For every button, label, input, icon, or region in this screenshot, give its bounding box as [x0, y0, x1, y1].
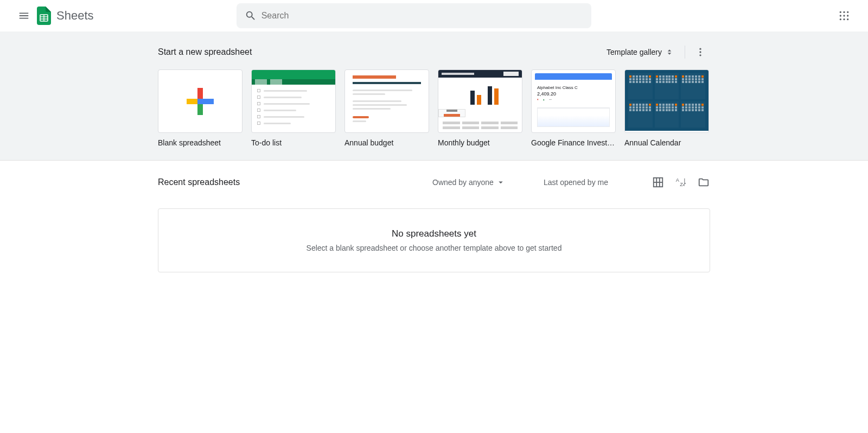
grid-view-button[interactable] — [652, 176, 665, 189]
svg-rect-19 — [203, 99, 214, 104]
templates-header: Start a new spreadsheet Template gallery — [158, 42, 710, 62]
template-blank-thumb — [158, 69, 242, 133]
finance-preview-name: Alphabet Inc Class C — [537, 85, 610, 90]
plus-multicolor-icon — [186, 87, 215, 116]
svg-point-10 — [840, 18, 841, 20]
template-calendar-thumb — [624, 69, 709, 133]
google-apps-button[interactable] — [833, 5, 855, 27]
template-row: Blank spreadsheet To-do list — [158, 69, 710, 147]
template-gallery-label: Template gallery — [607, 48, 662, 56]
svg-point-9 — [847, 15, 848, 16]
search-bar[interactable] — [237, 3, 591, 28]
template-monthly-budget-thumb — [438, 69, 522, 133]
svg-point-5 — [843, 11, 845, 13]
view-tools: AZ — [652, 176, 710, 189]
grid-view-icon — [652, 176, 664, 188]
more-vert-icon — [695, 47, 706, 58]
template-annual-budget[interactable]: Annual budget — [344, 69, 429, 147]
templates-heading: Start a new spreadsheet — [158, 47, 252, 57]
sort-az-icon: AZ — [675, 176, 687, 188]
app-title: Sheets — [56, 9, 94, 23]
search-input[interactable] — [261, 11, 588, 21]
empty-state: No spreadsheets yet Select a blank sprea… — [158, 208, 710, 272]
svg-point-15 — [699, 54, 701, 56]
owned-filter-button[interactable]: Owned by anyone — [427, 174, 511, 190]
recent-heading: Recent spreadsheets — [158, 177, 240, 187]
svg-rect-17 — [197, 104, 203, 115]
app-header: Sheets — [0, 0, 868, 31]
template-todo[interactable]: To-do list — [251, 69, 336, 147]
open-picker-button[interactable] — [697, 176, 710, 189]
svg-text:Z: Z — [680, 182, 683, 187]
empty-subtitle: Select a blank spreadsheet or choose ano… — [158, 244, 710, 252]
svg-point-12 — [847, 18, 848, 20]
template-label: Blank spreadsheet — [158, 138, 242, 147]
svg-rect-16 — [197, 88, 203, 99]
template-monthly-budget[interactable]: Monthly budget — [438, 69, 522, 147]
sort-button[interactable]: AZ — [674, 176, 687, 189]
template-label: Annual Calendar — [624, 138, 709, 147]
template-todo-thumb — [251, 69, 336, 133]
svg-point-11 — [843, 18, 845, 20]
template-finance[interactable]: Alphabet Inc Class C 2,409.20 ▾▴— Google… — [531, 69, 616, 147]
template-blank[interactable]: Blank spreadsheet — [158, 69, 242, 147]
last-opened-label: Last opened by me — [544, 178, 608, 187]
svg-point-6 — [847, 11, 848, 13]
folder-icon — [698, 176, 710, 188]
menu-icon — [18, 10, 30, 22]
template-label: Monthly budget — [438, 138, 522, 147]
arrow-drop-down-icon — [496, 177, 506, 187]
search-icon — [245, 10, 257, 22]
divider — [685, 46, 685, 59]
svg-point-13 — [699, 48, 701, 50]
template-annual-budget-thumb — [344, 69, 429, 133]
templates-section: Start a new spreadsheet Template gallery — [0, 31, 868, 161]
svg-point-14 — [699, 51, 701, 53]
svg-rect-20 — [197, 99, 203, 104]
finance-preview-value: 2,409.20 — [537, 91, 610, 97]
template-label: Google Finance Investment Tracker — [531, 138, 616, 147]
svg-point-8 — [843, 15, 845, 16]
template-calendar[interactable]: Annual Calendar — [624, 69, 709, 147]
recent-section: Recent spreadsheets Owned by anyone Last… — [0, 161, 868, 294]
svg-point-7 — [840, 15, 841, 16]
main-menu-button[interactable] — [13, 5, 35, 27]
apps-grid-icon — [839, 10, 850, 21]
recent-header: Recent spreadsheets Owned by anyone Last… — [158, 171, 710, 193]
svg-text:A: A — [676, 177, 680, 183]
template-label: To-do list — [251, 138, 336, 147]
owned-filter-label: Owned by anyone — [432, 178, 494, 187]
search-button[interactable] — [240, 5, 261, 27]
app-logo-group[interactable]: Sheets — [37, 7, 94, 25]
templates-more-button[interactable] — [691, 42, 710, 62]
unfold-icon — [665, 48, 674, 56]
template-finance-thumb: Alphabet Inc Class C 2,409.20 ▾▴— — [531, 69, 616, 133]
svg-point-4 — [840, 11, 841, 13]
svg-rect-18 — [187, 99, 197, 104]
sheets-logo-icon — [37, 7, 51, 25]
empty-title: No spreadsheets yet — [158, 228, 710, 239]
template-label: Annual budget — [344, 138, 429, 147]
template-gallery-button[interactable]: Template gallery — [601, 44, 679, 60]
